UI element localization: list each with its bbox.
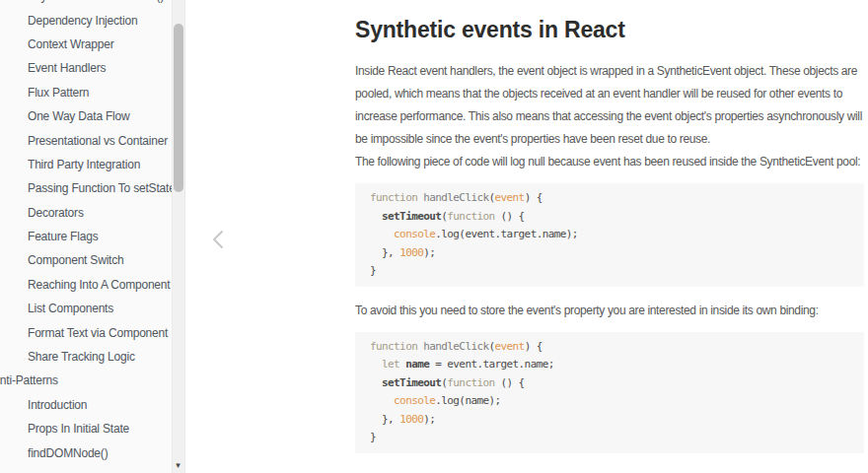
scroll-down-arrow-icon[interactable]: ▾ — [172, 459, 184, 471]
sidebar-item[interactable]: Presentational vs Container — [0, 128, 171, 152]
sidebar-item[interactable]: Async Nature Of setState() — [0, 0, 171, 8]
code-line: setTimeout(function () { — [370, 374, 849, 393]
sidebar-item[interactable]: Context Wrapper — [0, 33, 171, 56]
paragraph-intro: Inside React event handlers, the event o… — [355, 60, 864, 151]
code-line: let name = event.target.name; — [370, 356, 849, 374]
sidebar-item[interactable]: Share Tracking Logic — [0, 345, 171, 369]
sidebar-item[interactable]: Component Switch — [0, 248, 171, 272]
sidebar-section-header: Anti-Patterns — [0, 369, 171, 392]
sidebar-item[interactable]: Props In Initial State — [0, 417, 171, 440]
code-line: console.log(name); — [370, 392, 849, 411]
sidebar-item[interactable]: Third Party Integration — [0, 153, 171, 176]
code-line: console.log(event.target.name); — [370, 226, 849, 244]
sidebar-item[interactable]: Dependency Injection — [0, 8, 171, 32]
sidebar-item[interactable]: Introduction — [0, 393, 171, 417]
chevron-left-icon — [211, 230, 224, 249]
code-line: } — [370, 262, 849, 281]
main-content: Synthetic events in React Inside React e… — [186, 0, 868, 473]
sidebar-item[interactable]: Format Text via Component — [0, 320, 171, 344]
sidebar-item[interactable]: Feature Flags — [0, 225, 171, 248]
code-block-1: function handleClick(event) { setTimeout… — [355, 183, 864, 287]
sidebar-item[interactable]: List Components — [0, 297, 171, 320]
sidebar-item[interactable]: findDOMNode() — [0, 440, 171, 464]
sidebar-item[interactable]: Flux Pattern — [0, 81, 171, 104]
paragraph-code2-lead: To avoid this you need to store the even… — [355, 300, 864, 322]
sidebar-scrollbar[interactable] — [172, 0, 185, 473]
code-line: } — [370, 429, 849, 447]
article: Synthetic events in React Inside React e… — [355, 16, 864, 453]
page-title: Synthetic events in React — [355, 16, 864, 43]
code-line: }, 1000); — [370, 411, 849, 430]
code-line: }, 1000); — [370, 244, 849, 263]
code-line: function handleClick(event) { — [370, 189, 849, 208]
code-line: setTimeout(function () { — [370, 208, 849, 227]
paragraph-code1-lead: The following piece of code will log nul… — [355, 151, 864, 173]
sidebar-item[interactable]: Reaching Into A Component — [0, 273, 171, 297]
sidebar-item[interactable]: Passing Function To setState() — [0, 176, 171, 200]
code-line: function handleClick(event) { — [370, 338, 849, 357]
sidebar: Async Nature Of setState()Dependency Inj… — [0, 0, 185, 473]
sidebar-item[interactable]: Event Handlers — [0, 56, 171, 80]
sidebar-scrollbar-thumb[interactable] — [174, 24, 183, 192]
sidebar-item[interactable]: One Way Data Flow — [0, 104, 171, 128]
sidebar-item[interactable]: Decorators — [0, 201, 171, 225]
sidebar-nav-list: Async Nature Of setState()Dependency Inj… — [0, 0, 171, 465]
prev-page-button[interactable] — [208, 228, 226, 251]
code-block-2: function handleClick(event) { let name =… — [355, 332, 864, 453]
